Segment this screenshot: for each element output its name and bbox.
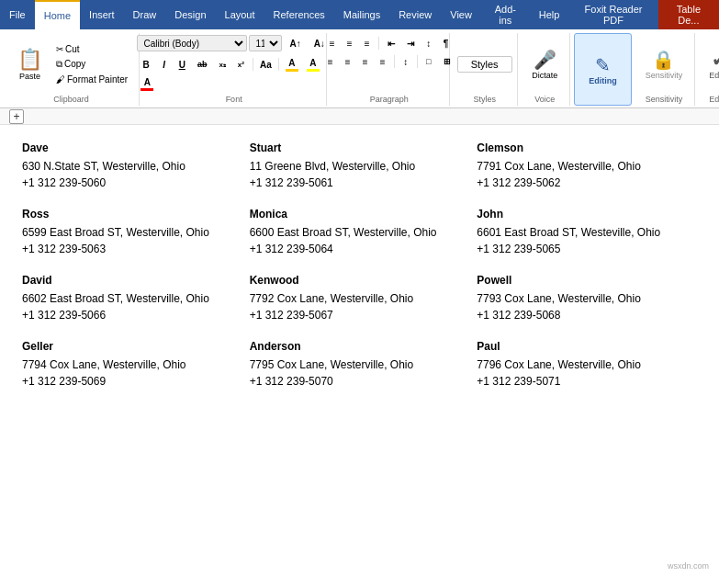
text-color-bar: [140, 88, 153, 91]
text-color-button[interactable]: A: [137, 74, 157, 93]
subscript-button[interactable]: x₂: [213, 56, 230, 73]
tab-home[interactable]: Home: [35, 0, 80, 29]
italic-button[interactable]: I: [156, 56, 173, 73]
contact-cell: Geller 7794 Cox Lane, Westerville, Ohio …: [18, 333, 246, 399]
line-spacing-button[interactable]: ↕: [398, 53, 414, 70]
show-paragraph-button[interactable]: ¶: [438, 35, 455, 51]
divider-5: [417, 55, 418, 68]
tab-mailings[interactable]: Mailings: [334, 0, 389, 29]
paste-button[interactable]: 📋 Paste: [9, 35, 51, 93]
contact-name: Anderson: [250, 340, 463, 353]
underline-button[interactable]: U: [174, 56, 191, 73]
decrease-indent-button[interactable]: ⇤: [382, 35, 400, 51]
tab-table-design[interactable]: Table De...: [658, 0, 719, 29]
editing-content: ✎ Editing: [582, 36, 624, 103]
watermark: wsxdn.com: [665, 560, 712, 571]
font-family-select[interactable]: Calibri (Body): [137, 35, 247, 51]
contact-name: Kenwood: [250, 274, 463, 287]
contact-cell: Anderson 7795 Cox Lane, Westerville, Ohi…: [246, 333, 474, 399]
contact-cell: Monica 6600 East Broad ST, Westerville, …: [246, 200, 474, 266]
tab-file[interactable]: File: [0, 0, 35, 29]
tab-design[interactable]: Design: [165, 0, 215, 29]
font-color-button[interactable]: A: [282, 55, 302, 74]
tab-foxit[interactable]: Foxit Reader PDF: [568, 0, 657, 29]
add-row-button[interactable]: +: [9, 109, 24, 124]
group-clipboard: 📋 Paste ✂ Cut ⧉ Copy 🖌 Format Painter: [6, 33, 140, 106]
tab-help[interactable]: Help: [530, 0, 569, 29]
tab-layout[interactable]: Layout: [216, 0, 264, 29]
format-painter-button[interactable]: 🖌 Format Painter: [52, 73, 131, 86]
sensitivity-icon: 🔒: [652, 49, 675, 71]
highlight-color-button[interactable]: A: [303, 55, 323, 74]
ribbon-tab-bar: File Home Insert Draw Design Layout Refe…: [0, 0, 719, 29]
ruler-bar: +: [0, 108, 719, 125]
strikethrough-button[interactable]: ab: [192, 56, 213, 73]
contact-address: 7791 Cox Lane, Westerville, Ohio: [477, 160, 690, 173]
styles-content: Styles: [457, 35, 512, 93]
editing-icon: ✎: [595, 54, 611, 76]
cut-label: Cut: [65, 44, 80, 54]
font-color-bar: [286, 69, 298, 72]
tab-view[interactable]: View: [441, 0, 481, 29]
editor-button[interactable]: ✔ Editor: [702, 46, 719, 83]
align-left-button[interactable]: ≡: [322, 53, 339, 70]
paragraph-group-label: Paragraph: [370, 95, 409, 104]
bold-button[interactable]: B: [137, 56, 154, 73]
sort-button[interactable]: ↕: [421, 35, 437, 51]
font-color-letter: A: [288, 58, 295, 68]
highlight-letter: A: [309, 58, 316, 68]
contact-name: Clemson: [477, 141, 690, 154]
group-font: Calibri (Body) 11 A↑ A↓ B I U ab x₂ x²: [143, 33, 327, 106]
editing-button[interactable]: ✎ Editing: [582, 51, 624, 88]
contact-grid: Dave 630 N.State ST, Westerville, Ohio +…: [18, 134, 701, 399]
numbering-button[interactable]: ≡: [342, 35, 358, 51]
cut-button[interactable]: ✂ Cut: [52, 42, 131, 56]
increase-font-button[interactable]: A↑: [284, 35, 306, 51]
styles-gallery-button[interactable]: Styles: [457, 56, 512, 73]
tab-review[interactable]: Review: [389, 0, 441, 29]
editor-label: Editor: [709, 71, 719, 80]
sensitivity-button[interactable]: 🔒 Sensitivity: [639, 46, 690, 83]
contact-cell: Ross 6599 East Broad ST, Westerville, Oh…: [18, 200, 246, 266]
group-editing: ✎ Editing: [574, 33, 632, 106]
contact-cell: Powell 7793 Cox Lane, Westerville, Ohio …: [473, 266, 701, 333]
divider-2: [278, 58, 279, 71]
align-right-button[interactable]: ≡: [357, 53, 374, 70]
contact-address: 6599 East Broad ST, Westerville, Ohio: [22, 226, 235, 239]
shading-button[interactable]: □: [421, 53, 437, 70]
paste-icon: 📋: [17, 48, 42, 72]
contact-phone: +1 312 239-5071: [477, 375, 690, 388]
bullets-button[interactable]: ≡: [324, 35, 341, 51]
font-content: Calibri (Body) 11 A↑ A↓ B I U ab x₂ x²: [137, 35, 330, 93]
justify-button[interactable]: ≡: [375, 53, 391, 70]
tab-references[interactable]: References: [264, 0, 334, 29]
copy-label: Copy: [64, 59, 85, 69]
contact-phone: +1 312 239-5064: [250, 243, 463, 255]
divider-4: [394, 55, 395, 68]
font-size-select[interactable]: 11: [249, 35, 282, 51]
group-editor: ✔ Editor Editor: [699, 33, 719, 106]
font-selector-row: Calibri (Body) 11 A↑ A↓: [137, 35, 330, 51]
sensitivity-content: 🔒 Sensitivity: [639, 35, 690, 93]
copy-icon: ⧉: [56, 59, 62, 70]
align-center-button[interactable]: ≡: [340, 53, 356, 70]
clear-format-button[interactable]: Aa: [256, 55, 275, 74]
dictate-icon: 🎤: [534, 49, 556, 71]
font-format-row: B I U ab x₂ x² Aa A A: [137, 55, 330, 93]
dictate-button[interactable]: 🎤 Dictate: [525, 46, 564, 83]
tab-addins[interactable]: Add-ins: [481, 0, 530, 29]
add-icon: +: [13, 110, 19, 123]
voice-group-label: Voice: [534, 95, 555, 104]
multilevel-button[interactable]: ≡: [359, 35, 376, 51]
increase-indent-button[interactable]: ⇥: [401, 35, 420, 51]
tab-draw[interactable]: Draw: [124, 0, 166, 29]
contact-address: 7792 Cox Lane, Westerville, Ohio: [250, 292, 463, 305]
contact-phone: +1 312 239-5068: [477, 309, 690, 322]
superscript-button[interactable]: x²: [232, 56, 250, 73]
copy-button[interactable]: ⧉ Copy: [52, 57, 131, 72]
tab-insert[interactable]: Insert: [80, 0, 124, 29]
contact-name: Monica: [250, 208, 463, 220]
editing-label: Editing: [589, 76, 617, 85]
editor-content: ✔ Editor: [702, 35, 719, 93]
contact-phone: +1 312 239-5061: [250, 176, 463, 189]
